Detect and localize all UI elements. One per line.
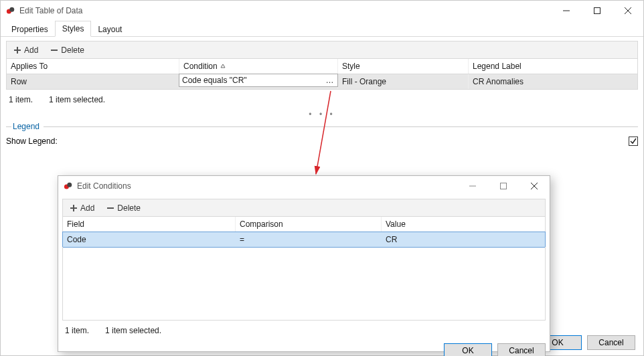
app-icon (64, 181, 73, 191)
child-delete-button[interactable]: Delete (104, 202, 143, 214)
delete-label: Delete (61, 46, 84, 55)
tab-layout[interactable]: Layout (91, 22, 129, 37)
col-condition-label: Condition (183, 62, 218, 71)
table-row[interactable]: Row Code equals "CR" … Fill - Orange CR … (7, 74, 637, 89)
svg-rect-5 (501, 183, 507, 189)
svg-point-4 (67, 183, 72, 187)
child-status-selected: 1 item selected. (105, 326, 161, 335)
cell-comparison[interactable]: = (236, 232, 382, 247)
show-legend-checkbox[interactable] (629, 137, 638, 146)
status-bar: 1 item. 1 item selected. (6, 90, 638, 110)
cell-value[interactable]: CR (382, 232, 541, 247)
table-row[interactable]: Code = CR (62, 232, 546, 248)
condition-editor[interactable]: Code equals "CR" … (179, 74, 338, 87)
cell-applies-to[interactable]: Row (7, 74, 179, 89)
legend-section-header[interactable]: Legend (6, 122, 638, 131)
splitter-handle[interactable]: • • • (6, 110, 638, 118)
plus-icon (13, 46, 21, 54)
add-button[interactable]: Add (11, 44, 41, 56)
condition-text: Code equals "CR" (182, 76, 247, 85)
maximize-button[interactable] (582, 1, 613, 21)
cancel-button[interactable]: Cancel (587, 335, 635, 350)
col-comparison[interactable]: Comparison (236, 217, 382, 232)
add-label: Add (24, 46, 38, 55)
tab-bar: Properties Styles Layout (1, 21, 643, 37)
window-title: Edit Table of Data (19, 6, 83, 15)
child-add-button[interactable]: Add (67, 202, 97, 214)
minus-icon (50, 46, 58, 54)
child-status-count: 1 item. (65, 326, 89, 335)
col-value[interactable]: Value (382, 217, 541, 232)
conditions-toolbar: Add Delete (62, 199, 546, 216)
child-minimize-button[interactable] (457, 176, 488, 196)
svg-point-1 (9, 7, 14, 12)
plus-icon (70, 204, 78, 212)
col-applies-to[interactable]: Applies To (7, 59, 179, 74)
delete-button[interactable]: Delete (48, 44, 87, 56)
col-field[interactable]: Field (63, 217, 236, 232)
cell-style[interactable]: Fill - Orange (338, 74, 469, 89)
tab-properties[interactable]: Properties (5, 22, 55, 37)
conditions-grid-body[interactable] (62, 247, 546, 321)
col-style[interactable]: Style (338, 59, 469, 74)
styles-toolbar: Add Delete (6, 41, 638, 58)
minimize-button[interactable] (551, 1, 582, 21)
tab-styles[interactable]: Styles (55, 21, 92, 37)
child-titlebar[interactable]: Edit Conditions (58, 176, 550, 196)
child-status-bar: 1 item. 1 item selected. (62, 321, 546, 341)
status-count: 1 item. (9, 95, 33, 104)
child-window-title: Edit Conditions (77, 181, 131, 191)
titlebar[interactable]: Edit Table of Data (1, 1, 643, 21)
cell-field[interactable]: Code (63, 232, 236, 247)
app-icon (6, 6, 15, 15)
styles-grid: Applies To Condition Style Legend Label … (6, 58, 638, 90)
child-ok-button[interactable]: OK (444, 343, 492, 356)
child-close-button[interactable] (519, 176, 550, 196)
ellipsis-button[interactable]: … (324, 76, 336, 85)
sort-asc-icon (220, 62, 226, 71)
child-add-label: Add (80, 203, 94, 213)
show-legend-label: Show Legend: (6, 137, 629, 146)
minus-icon (106, 204, 114, 212)
cell-legend[interactable]: CR Anomalies (469, 74, 623, 89)
legend-header-label: Legend (13, 122, 39, 131)
child-delete-label: Delete (117, 203, 141, 213)
status-selected: 1 item selected. (49, 95, 105, 104)
col-legend-label[interactable]: Legend Label (469, 59, 623, 74)
col-condition[interactable]: Condition (179, 59, 338, 74)
svg-rect-2 (594, 8, 600, 14)
child-maximize-button[interactable] (488, 176, 519, 196)
close-button[interactable] (613, 1, 643, 21)
conditions-grid: Field Comparison Value Code = CR (62, 216, 546, 247)
edit-conditions-dialog: Edit Conditions Add (58, 175, 550, 352)
child-cancel-button[interactable]: Cancel (497, 343, 546, 356)
